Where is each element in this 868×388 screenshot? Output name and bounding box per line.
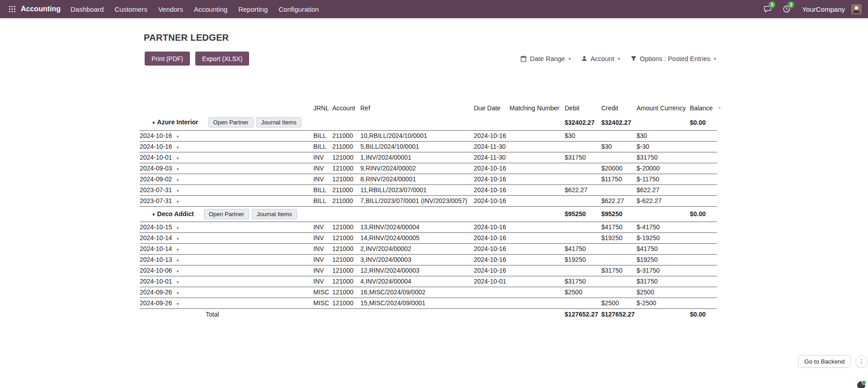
- row-dropdown-caret-icon[interactable]: ▾: [177, 269, 179, 274]
- print-pdf-button[interactable]: Print (PDF): [145, 52, 190, 66]
- due-date: 2024-10-16: [474, 174, 509, 185]
- partner-name[interactable]: Azure Interior: [157, 118, 198, 126]
- ledger-row: 2024-10-16▾BILL21100010,RBILL/2024/10/00…: [140, 130, 717, 141]
- row-dropdown-caret-icon[interactable]: ▾: [177, 199, 179, 204]
- options-filter[interactable]: Options : Posted Entries▾: [631, 55, 716, 62]
- entry-ref: 8,RINV/2024/00001: [360, 174, 474, 185]
- entry-date-cell: 2024-10-14▾: [140, 243, 313, 254]
- apps-grid-icon[interactable]: [5, 0, 20, 18]
- row-dropdown-caret-icon[interactable]: ▾: [177, 237, 179, 241]
- date-range-filter[interactable]: Date Range▾: [520, 55, 571, 62]
- amount-currency-value: $31750: [637, 276, 690, 287]
- debit-value: [565, 298, 601, 308]
- collapse-caret-icon[interactable]: ▾: [152, 120, 155, 125]
- column-header-jrnl[interactable]: JRNL: [313, 101, 332, 115]
- credit-value: [601, 185, 637, 195]
- journal-code: MISC: [313, 287, 332, 298]
- filter-label: Options : Posted Entries: [640, 55, 710, 62]
- debit-value: $622.27: [565, 185, 601, 195]
- entry-date-cell: 2024-09-26▾: [140, 298, 313, 308]
- total-credit: $127652.27: [601, 308, 637, 320]
- account-code: 121000: [332, 243, 360, 254]
- menu-item-customers[interactable]: Customers: [109, 0, 153, 18]
- column-header-credit[interactable]: Credit: [601, 101, 637, 115]
- column-header-account[interactable]: Account: [332, 101, 360, 115]
- row-dropdown-caret-icon[interactable]: ▾: [177, 134, 179, 139]
- activities-clock-icon[interactable]: 2: [778, 0, 795, 18]
- app-title[interactable]: Accounting: [21, 5, 61, 13]
- entry-date-cell: 2024-10-06▾: [140, 265, 313, 276]
- row-dropdown-caret-icon[interactable]: ▾: [177, 280, 179, 284]
- credit-value: $622.27: [601, 195, 637, 206]
- menu-item-vendors[interactable]: Vendors: [153, 0, 189, 18]
- entry-ref: 4,INV/2024/00004: [360, 276, 474, 287]
- row-dropdown-caret-icon[interactable]: ▾: [177, 247, 179, 252]
- row-dropdown-caret-icon[interactable]: ▾: [177, 258, 179, 263]
- row-dropdown-caret-icon[interactable]: ▾: [177, 291, 179, 295]
- row-dropdown-caret-icon[interactable]: ▾: [177, 178, 179, 182]
- column-header-ref[interactable]: Ref: [360, 101, 474, 115]
- amount-currency-value: $-11750: [637, 174, 690, 185]
- row-dropdown-caret-icon[interactable]: ▾: [177, 302, 179, 306]
- entry-ref: 5,BILL/2024/10/0001: [360, 141, 474, 152]
- amount-currency-value: $41750: [637, 243, 690, 254]
- partner-name[interactable]: Deco Addict: [157, 210, 194, 218]
- credit-value: $41750: [601, 222, 637, 232]
- total-label: Total: [206, 311, 219, 318]
- row-dropdown-caret-icon[interactable]: ▾: [177, 226, 179, 230]
- menu-item-configuration[interactable]: Configuration: [273, 0, 324, 18]
- entry-date-cell: 2024-09-26▾: [140, 287, 313, 298]
- presence-corner-icon[interactable]: [857, 381, 865, 388]
- column-header-due-date[interactable]: Due Date: [474, 101, 509, 115]
- entry-date: 2024-09-02: [140, 175, 172, 183]
- menu-item-accounting[interactable]: Accounting: [189, 0, 233, 18]
- messages-icon[interactable]: 5: [760, 0, 776, 18]
- open-partner-button[interactable]: Open Partner: [204, 209, 249, 219]
- matching-number: [509, 265, 565, 276]
- entry-date-cell: 2024-10-13▾: [140, 254, 313, 265]
- matching-number: [509, 298, 565, 308]
- screen: Accounting DashboardCustomersVendorsAcco…: [0, 0, 868, 388]
- due-date: 2024-10-01: [474, 276, 509, 287]
- go-to-backend-button[interactable]: Go to Backend: [798, 355, 850, 368]
- collapse-caret-icon[interactable]: ▾: [152, 212, 155, 217]
- entry-ref: 2,INV/2024/00002: [360, 243, 474, 254]
- amount-currency-value: $-19250: [637, 232, 690, 243]
- company-name[interactable]: YourCompany: [802, 5, 845, 13]
- user-avatar[interactable]: [851, 4, 862, 14]
- menu-item-reporting[interactable]: Reporting: [233, 0, 273, 18]
- column-header-balance[interactable]: Balance: [690, 101, 717, 115]
- entry-ref: 3,INV/2024/00003: [360, 254, 474, 265]
- row-dropdown-caret-icon[interactable]: ▾: [177, 167, 179, 171]
- open-partner-button[interactable]: Open Partner: [208, 117, 254, 128]
- column-header-matching-number[interactable]: Matching Number: [509, 101, 565, 115]
- ledger-row: 2024-09-26▾MISC12100016,MISC/2024/09/000…: [140, 287, 717, 298]
- account-filter[interactable]: Account▾: [581, 55, 620, 62]
- column-header-amount-currency[interactable]: Amount Currency: [637, 101, 690, 115]
- filter-label: Date Range: [530, 55, 565, 62]
- debit-value: [565, 174, 601, 185]
- kebab-menu-button[interactable]: ⋮: [855, 355, 868, 368]
- amount-currency-value: $-30: [637, 141, 690, 152]
- matching-number: [509, 141, 565, 152]
- entry-ref: 14,RINV/2024/00005: [360, 232, 474, 243]
- row-dropdown-caret-icon[interactable]: ▾: [177, 189, 179, 193]
- menu-item-dashboard[interactable]: Dashboard: [65, 0, 109, 18]
- sort-caret-icon[interactable]: ^: [718, 105, 721, 112]
- debit-value: $41750: [565, 243, 601, 254]
- row-dropdown-caret-icon[interactable]: ▾: [177, 145, 179, 150]
- partner-group-row: ▾Deco AddictOpen PartnerJournal Items$95…: [140, 206, 717, 222]
- matching-number: [509, 243, 565, 254]
- activities-badge: 2: [788, 1, 794, 8]
- journal-items-button[interactable]: Journal Items: [256, 117, 302, 128]
- amount-currency-value: $622.27: [637, 185, 690, 195]
- ledger-row: 2024-10-15▾INV12100013,RINV/2024/0000420…: [140, 222, 717, 232]
- column-header-debit[interactable]: Debit: [565, 101, 601, 115]
- ledger-row: 2024-10-14▾INV1210002,INV/2024/000022024…: [140, 243, 717, 254]
- entry-date: 2024-10-14: [140, 245, 172, 252]
- export-xlsx-button[interactable]: Export (XLSX): [195, 52, 249, 66]
- entry-date-cell: 2024-10-16▾: [140, 130, 313, 141]
- journal-items-button[interactable]: Journal Items: [252, 209, 297, 219]
- row-dropdown-caret-icon[interactable]: ▾: [177, 156, 179, 161]
- entry-ref: 9,RINV/2024/00002: [360, 163, 474, 174]
